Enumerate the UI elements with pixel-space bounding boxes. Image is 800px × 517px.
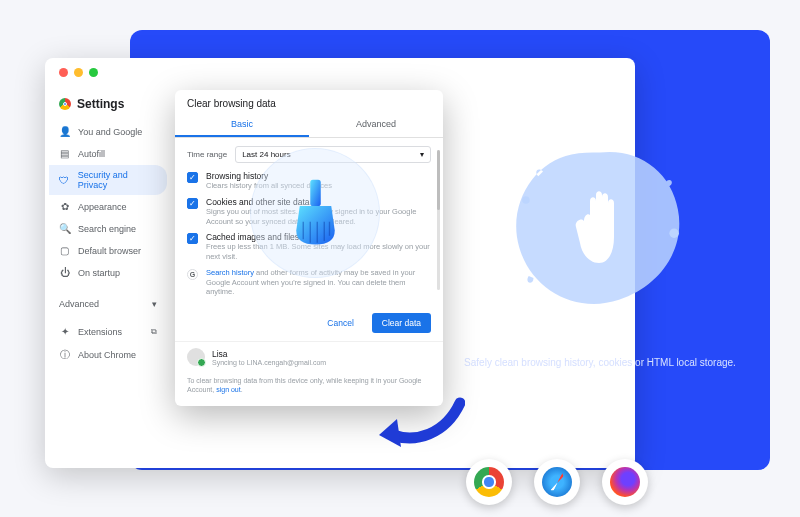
tab-advanced[interactable]: Advanced xyxy=(309,113,443,137)
svg-rect-0 xyxy=(310,180,321,206)
profile-sync-status: Syncing to LINA.cengah@gmail.com xyxy=(212,359,326,366)
browser-icons-row xyxy=(466,459,648,505)
sidebar-item-label: About Chrome xyxy=(78,350,136,360)
browser-icon: ▢ xyxy=(59,245,70,256)
chevron-down-icon: ▾ xyxy=(152,299,157,309)
autofill-icon: ▤ xyxy=(59,148,70,159)
window-controls xyxy=(45,58,635,87)
settings-header: Settings xyxy=(49,91,167,121)
minimize-window-dot[interactable] xyxy=(74,68,83,77)
profile-name: Lisa xyxy=(212,349,326,359)
chrome-browser-icon xyxy=(466,459,512,505)
puzzle-icon: ✦ xyxy=(59,326,70,337)
sidebar-item-label: Search engine xyxy=(78,224,136,234)
arrow-illustration xyxy=(375,395,465,455)
privacy-subtitle: Safely clean browsing history, cookies o… xyxy=(464,357,736,368)
power-icon: ⏻ xyxy=(59,267,70,278)
sidebar-item-about-chrome[interactable]: ⓘ About Chrome xyxy=(49,344,167,365)
settings-title-text: Settings xyxy=(77,97,124,111)
cancel-button[interactable]: Cancel xyxy=(317,313,363,333)
avatar xyxy=(187,348,205,366)
tab-basic[interactable]: Basic xyxy=(175,113,309,137)
dialog-actions: Cancel Clear data xyxy=(175,305,443,341)
sidebar-item-search-engine[interactable]: 🔍 Search engine xyxy=(49,218,167,239)
sidebar-item-security-privacy[interactable]: 🛡 Security and Privacy xyxy=(49,165,167,195)
time-range-label: Time range xyxy=(187,150,227,159)
close-window-dot[interactable] xyxy=(59,68,68,77)
sidebar-item-autofill[interactable]: ▤ Autofill xyxy=(49,143,167,164)
sidebar-item-label: Extensions xyxy=(78,327,122,337)
svg-point-1 xyxy=(669,228,679,238)
appearance-icon: ✿ xyxy=(59,201,70,212)
dialog-tabs: Basic Advanced xyxy=(175,113,443,138)
scrollbar-thumb[interactable] xyxy=(437,150,440,210)
advanced-toggle[interactable]: Advanced ▾ xyxy=(49,289,167,319)
brush-illustration-overlay xyxy=(250,148,380,278)
brush-icon xyxy=(288,178,343,248)
sidebar-item-appearance[interactable]: ✿ Appearance xyxy=(49,196,167,217)
sidebar-item-label: Appearance xyxy=(78,202,127,212)
google-icon: G xyxy=(187,269,198,280)
sidebar-item-default-browser[interactable]: ▢ Default browser xyxy=(49,240,167,261)
external-link-icon: ⧉ xyxy=(151,327,157,337)
checkbox-browsing-history[interactable]: ✓ xyxy=(187,172,198,183)
dialog-title: Clear browsing data xyxy=(175,90,443,113)
privacy-title: Privacy xyxy=(572,331,628,351)
person-icon: 👤 xyxy=(59,126,70,137)
sidebar-item-label: On startup xyxy=(78,268,120,278)
advanced-label-text: Advanced xyxy=(59,299,99,309)
sign-out-link[interactable]: sign out xyxy=(216,386,241,393)
sidebar-item-extensions[interactable]: ✦ Extensions ⧉ xyxy=(49,321,167,342)
sidebar-item-label: You and Google xyxy=(78,127,142,137)
maximize-window-dot[interactable] xyxy=(89,68,98,77)
search-icon: 🔍 xyxy=(59,223,70,234)
privacy-promo-panel: Privacy Safely clean browsing history, c… xyxy=(445,105,755,405)
info-icon: ⓘ xyxy=(59,349,70,360)
firefox-browser-icon xyxy=(602,459,648,505)
hand-icon xyxy=(564,183,636,273)
checkbox-cookies[interactable]: ✓ xyxy=(187,198,198,209)
chrome-logo-icon xyxy=(59,98,71,110)
sidebar-item-label: Default browser xyxy=(78,246,141,256)
search-history-link[interactable]: Search history xyxy=(206,268,254,277)
clear-data-button[interactable]: Clear data xyxy=(372,313,431,333)
profile-row: Lisa Syncing to LINA.cengah@gmail.com xyxy=(175,341,443,372)
sidebar-item-on-startup[interactable]: ⏻ On startup xyxy=(49,262,167,283)
sidebar-item-label: Autofill xyxy=(78,149,105,159)
scrollbar[interactable] xyxy=(437,150,440,290)
checkbox-cached[interactable]: ✓ xyxy=(187,233,198,244)
sidebar-item-you-and-google[interactable]: 👤 You and Google xyxy=(49,121,167,142)
sidebar-item-label: Security and Privacy xyxy=(78,170,157,190)
chevron-down-icon: ▾ xyxy=(420,150,424,159)
settings-sidebar: Settings 👤 You and Google ▤ Autofill 🛡 S… xyxy=(45,87,171,467)
svg-point-2 xyxy=(522,196,530,204)
safari-browser-icon xyxy=(534,459,580,505)
shield-icon: 🛡 xyxy=(59,175,70,186)
